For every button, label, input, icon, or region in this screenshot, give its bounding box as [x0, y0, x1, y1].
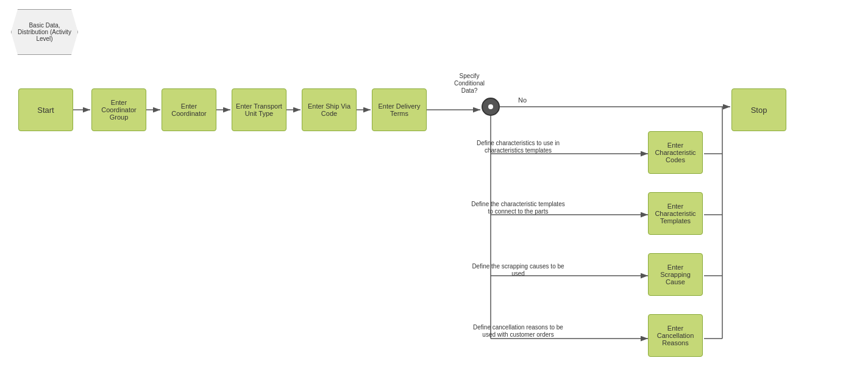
stop-label: Stop	[751, 106, 767, 115]
svg-text:No: No	[518, 96, 527, 104]
cancellation-reasons-box: Enter Cancellation Reasons	[648, 314, 703, 357]
ship-via-code-box: Enter Ship Via Code	[302, 88, 357, 131]
scrapping-cause-label: Enter Scrapping Cause	[652, 264, 699, 285]
ship-via-code-label: Enter Ship Via Code	[305, 102, 353, 117]
svg-text:Specify: Specify	[460, 73, 480, 79]
char-templates-label: Enter Characteristic Templates	[652, 203, 699, 224]
transport-unit-type-label: Enter Transport Unit Type	[235, 102, 283, 117]
coordinator-group-label: Enter Coordinator Group	[95, 99, 143, 121]
svg-text:Define cancellation reasons to: Define cancellation reasons to be	[473, 324, 563, 331]
delivery-terms-box: Enter Delivery Terms	[372, 88, 427, 131]
svg-text:characteristics templates: characteristics templates	[485, 147, 552, 154]
cancellation-reasons-label: Enter Cancellation Reasons	[652, 325, 699, 346]
arrows-svg: No Specify Conditional Data? Define char…	[0, 0, 868, 366]
svg-text:used with customer orders: used with customer orders	[482, 331, 553, 338]
char-templates-box: Enter Characteristic Templates	[648, 192, 703, 235]
svg-text:Define the scrapping causes to: Define the scrapping causes to be	[472, 263, 564, 270]
diagram-container: Basic Data, Distribution (Activity Level…	[0, 0, 868, 366]
char-codes-box: Enter Characteristic Codes	[648, 131, 703, 174]
char-codes-label: Enter Characteristic Codes	[652, 142, 699, 163]
diagram-title-hexagon: Basic Data, Distribution (Activity Level…	[11, 9, 78, 55]
start-box: Start	[18, 88, 73, 131]
svg-text:Conditional: Conditional	[454, 80, 485, 87]
start-label: Start	[37, 106, 54, 115]
svg-text:used: used	[511, 270, 525, 277]
svg-text:Define characteristics to use : Define characteristics to use in	[477, 140, 560, 146]
diagram-title-text: Basic Data, Distribution (Activity Level…	[15, 22, 74, 42]
delivery-terms-label: Enter Delivery Terms	[375, 102, 423, 117]
coordinator-group-box: Enter Coordinator Group	[91, 88, 146, 131]
scrapping-cause-box: Enter Scrapping Cause	[648, 253, 703, 296]
svg-text:Define the characteristic temp: Define the characteristic templates	[471, 201, 564, 207]
gateway-node	[482, 98, 500, 116]
stop-box: Stop	[731, 88, 786, 131]
svg-text:to connect to the parts: to connect to the parts	[488, 208, 549, 215]
coordinator-label: Enter Coordinator	[165, 102, 213, 117]
coordinator-box: Enter Coordinator	[162, 88, 216, 131]
transport-unit-type-box: Enter Transport Unit Type	[232, 88, 286, 131]
svg-text:Data?: Data?	[461, 87, 478, 94]
